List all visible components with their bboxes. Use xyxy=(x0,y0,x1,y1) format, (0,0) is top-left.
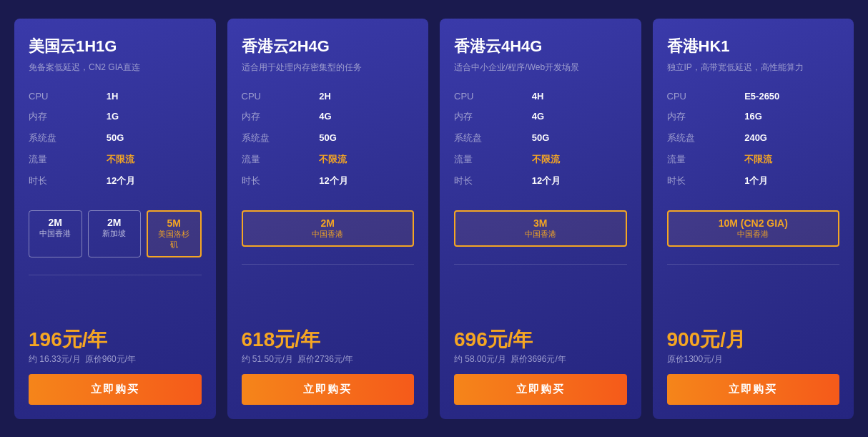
card-title: 美国云1H1G xyxy=(29,36,202,57)
price-section: 900元/月原价1300元/月立即购买 xyxy=(667,328,840,405)
spec-label: 系统盘 xyxy=(29,127,107,149)
spec-label: CPU xyxy=(454,87,532,106)
spec-value: 50G xyxy=(319,127,414,149)
spec-row: 系统盘50G xyxy=(29,127,202,149)
spec-value: E5-2650 xyxy=(744,87,839,106)
price-main: 196元/年 xyxy=(29,328,202,352)
spec-value: 16G xyxy=(744,106,839,127)
spec-row: CPUE5-2650 xyxy=(667,87,840,106)
spec-value: 2H xyxy=(319,87,414,106)
card-0: 美国云1H1G免备案低延迟，CN2 GIA直连CPU1H内存1G系统盘50G流量… xyxy=(14,19,216,419)
spec-label: 流量 xyxy=(454,149,532,170)
spec-label: 内存 xyxy=(242,106,320,127)
spec-value: 50G xyxy=(532,127,627,149)
spec-label: 内存 xyxy=(667,106,745,127)
spec-row: 时长12个月 xyxy=(29,170,202,192)
spec-value: 12个月 xyxy=(319,170,414,192)
bandwidth-options: 10M (CN2 GIA)中国香港 xyxy=(667,210,840,247)
spec-row: 内存4G xyxy=(454,106,627,127)
spec-row: CPU2H xyxy=(242,87,415,106)
spec-row: 时长1个月 xyxy=(667,170,840,192)
spec-value: 不限流 xyxy=(319,149,414,170)
card-2: 香港云4H4G适合中小企业/程序/Web开发场景CPU4H内存4G系统盘50G流… xyxy=(440,19,641,419)
bw-speed: 5M xyxy=(157,217,192,229)
spec-value: 240G xyxy=(744,127,839,149)
bandwidth-option-0[interactable]: 2M中国香港 xyxy=(29,210,82,257)
price-sub2: 原价1300元/月 xyxy=(667,354,723,364)
buy-button[interactable]: 立即购买 xyxy=(242,374,415,405)
divider xyxy=(667,264,840,265)
spec-row: 流量不限流 xyxy=(454,149,627,170)
spec-row: 时长12个月 xyxy=(454,170,627,192)
specs-table: CPU2H内存4G系统盘50G流量不限流时长12个月 xyxy=(242,87,415,192)
bandwidth-options: 3M中国香港 xyxy=(454,210,627,247)
card-subtitle: 独立IP，高带宽低延迟，高性能算力 xyxy=(667,62,840,74)
buy-button[interactable]: 立即购买 xyxy=(454,374,627,405)
spec-value: 不限流 xyxy=(532,149,627,170)
card-title: 香港云2H4G xyxy=(242,36,415,57)
spec-value: 1H xyxy=(107,87,202,106)
divider xyxy=(454,264,627,265)
spec-label: 系统盘 xyxy=(454,127,532,149)
price-sub2: 原价960元/年 xyxy=(85,354,136,364)
spec-row: 流量不限流 xyxy=(242,149,415,170)
spec-value: 4H xyxy=(532,87,627,106)
spec-row: 系统盘50G xyxy=(454,127,627,149)
spec-value: 1个月 xyxy=(744,170,839,192)
price-sub1: 约 58.00元/月 xyxy=(454,354,506,364)
card-subtitle: 免备案低延迟，CN2 GIA直连 xyxy=(29,62,202,74)
bandwidth-option-1[interactable]: 2M新加坡 xyxy=(88,210,142,257)
card-subtitle: 适合中小企业/程序/Web开发场景 xyxy=(454,62,627,74)
spec-label: CPU xyxy=(29,87,107,106)
bandwidth-option-0[interactable]: 2M中国香港 xyxy=(242,210,415,247)
spec-label: 时长 xyxy=(29,170,107,192)
bandwidth-options: 2M中国香港2M新加坡5M美国洛杉矶 xyxy=(29,210,202,257)
spec-value: 12个月 xyxy=(532,170,627,192)
price-sub: 约 16.33元/月原价960元/年 xyxy=(29,353,202,365)
spec-row: 流量不限流 xyxy=(29,149,202,170)
buy-button[interactable]: 立即购买 xyxy=(29,374,202,405)
spec-row: 时长12个月 xyxy=(242,170,415,192)
spec-label: 流量 xyxy=(242,149,320,170)
spec-label: CPU xyxy=(667,87,745,106)
price-main: 696元/年 xyxy=(454,328,627,352)
bandwidth-option-0[interactable]: 3M中国香港 xyxy=(454,210,627,247)
bw-speed: 2M xyxy=(38,217,73,228)
specs-table: CPU1H内存1G系统盘50G流量不限流时长12个月 xyxy=(29,87,202,192)
bw-region: 美国洛杉矶 xyxy=(157,229,192,250)
price-sub: 原价1300元/月 xyxy=(667,353,840,365)
specs-table: CPU4H内存4G系统盘50G流量不限流时长12个月 xyxy=(454,87,627,192)
bw-region: 新加坡 xyxy=(97,228,132,239)
price-sub1: 约 51.50元/月 xyxy=(242,354,294,364)
spec-row: 内存1G xyxy=(29,106,202,127)
card-title: 香港HK1 xyxy=(667,36,840,57)
spec-row: 系统盘50G xyxy=(242,127,415,149)
card-1: 香港云2H4G适合用于处理内存密集型的任务CPU2H内存4G系统盘50G流量不限… xyxy=(227,19,429,419)
spec-label: CPU xyxy=(242,87,320,106)
divider xyxy=(242,264,415,265)
spec-label: 系统盘 xyxy=(242,127,320,149)
price-sub: 约 51.50元/月原价2736元/年 xyxy=(242,353,415,365)
spec-value: 不限流 xyxy=(107,149,202,170)
bandwidth-options: 2M中国香港 xyxy=(242,210,415,247)
price-section: 618元/年约 51.50元/月原价2736元/年立即购买 xyxy=(242,328,415,405)
spec-label: 时长 xyxy=(242,170,320,192)
price-sub1: 约 16.33元/月 xyxy=(29,354,81,364)
bw-speed: 2M xyxy=(252,217,405,229)
price-section: 696元/年约 58.00元/月原价3696元/年立即购买 xyxy=(454,328,627,405)
bw-speed: 3M xyxy=(464,217,617,229)
spec-label: 时长 xyxy=(667,170,745,192)
price-sub2: 原价3696元/年 xyxy=(511,354,566,364)
cards-container: 美国云1H1G免备案低延迟，CN2 GIA直连CPU1H内存1G系统盘50G流量… xyxy=(14,19,854,419)
spec-value: 4G xyxy=(532,106,627,127)
bandwidth-option-0[interactable]: 10M (CN2 GIA)中国香港 xyxy=(667,210,840,247)
price-section: 196元/年约 16.33元/月原价960元/年立即购买 xyxy=(29,328,202,405)
buy-button[interactable]: 立即购买 xyxy=(667,374,840,405)
spec-label: 流量 xyxy=(29,149,107,170)
bw-region: 中国香港 xyxy=(252,229,405,240)
specs-table: CPUE5-2650内存16G系统盘240G流量不限流时长1个月 xyxy=(667,87,840,192)
card-subtitle: 适合用于处理内存密集型的任务 xyxy=(242,62,415,74)
bandwidth-option-2[interactable]: 5M美国洛杉矶 xyxy=(147,210,202,257)
spec-row: 系统盘240G xyxy=(667,127,840,149)
bw-speed: 2M xyxy=(97,217,132,228)
